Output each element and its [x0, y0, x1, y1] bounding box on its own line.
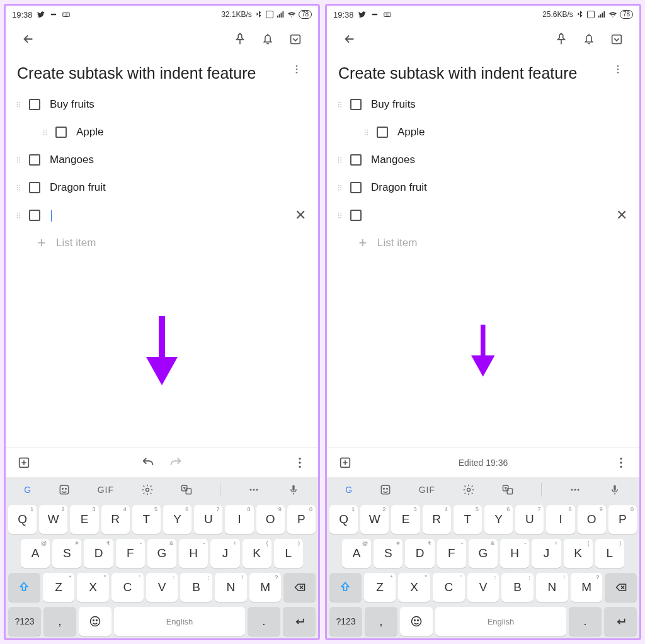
item-text[interactable]: Buy fruits: [365, 98, 633, 111]
key-P[interactable]: P0: [287, 505, 316, 534]
key-M[interactable]: M?: [571, 573, 603, 602]
more-options-button[interactable]: [287, 64, 307, 75]
gif-button[interactable]: GIF: [98, 485, 114, 495]
key-G[interactable]: G&: [469, 539, 498, 568]
key-X[interactable]: X": [77, 573, 109, 602]
checklist-item[interactable]: Buy fruits: [6, 91, 318, 118]
key-G[interactable]: G&: [147, 539, 176, 568]
emoji-key[interactable]: [79, 607, 111, 636]
checklist-item-empty[interactable]: ✕: [327, 201, 639, 229]
shift-key[interactable]: [329, 573, 362, 602]
comma-key[interactable]: ,: [365, 607, 397, 636]
remove-item-icon[interactable]: ✕: [610, 207, 633, 223]
key-E[interactable]: E3: [391, 505, 420, 534]
archive-button[interactable]: [282, 25, 309, 53]
key-V[interactable]: V:: [146, 573, 178, 602]
gif-button[interactable]: GIF: [419, 485, 435, 495]
key-D[interactable]: D₹: [405, 539, 434, 568]
key-M[interactable]: M?: [249, 573, 282, 602]
item-text[interactable]: Mangoes: [43, 154, 312, 166]
reminder-button[interactable]: [254, 25, 282, 53]
key-Q[interactable]: Q1: [8, 505, 37, 534]
more-dots-icon[interactable]: [248, 483, 260, 496]
checklist-item[interactable]: Dragon fruit: [327, 174, 639, 201]
key-V[interactable]: V:: [467, 573, 499, 602]
note-title[interactable]: Create subtask with indent feature: [338, 64, 608, 83]
key-N[interactable]: N!: [215, 573, 247, 602]
add-list-item[interactable]: +List item: [6, 229, 318, 257]
drag-handle-icon[interactable]: [360, 128, 374, 137]
mic-icon[interactable]: [608, 483, 621, 496]
key-R[interactable]: R4: [423, 505, 451, 534]
add-list-item[interactable]: +List item: [327, 229, 639, 257]
translate-icon[interactable]: [501, 483, 514, 496]
back-button[interactable]: [14, 25, 42, 53]
item-text[interactable]: [43, 209, 289, 222]
key-I[interactable]: I8: [225, 505, 253, 534]
backspace-key[interactable]: [283, 573, 316, 602]
checkbox[interactable]: [347, 182, 365, 193]
key-U[interactable]: U7: [515, 505, 544, 534]
item-text[interactable]: Buy fruits: [43, 98, 312, 111]
enter-key[interactable]: [604, 607, 637, 636]
drag-handle-icon[interactable]: [333, 183, 347, 192]
key-A[interactable]: A@: [21, 539, 50, 568]
period-key[interactable]: .: [569, 607, 602, 636]
gear-icon[interactable]: [141, 483, 154, 496]
key-B[interactable]: B;: [180, 573, 212, 602]
checklist-item[interactable]: Apple: [327, 118, 639, 146]
undo-button[interactable]: [137, 452, 159, 473]
key-J[interactable]: J+: [532, 539, 561, 568]
space-key[interactable]: English: [114, 607, 245, 636]
checkbox[interactable]: [347, 154, 365, 166]
google-logo-icon[interactable]: G: [24, 485, 31, 495]
enter-key[interactable]: [283, 607, 316, 636]
checkbox[interactable]: [26, 99, 43, 110]
key-J[interactable]: J+: [210, 539, 239, 568]
backspace-key[interactable]: [605, 573, 637, 602]
key-L[interactable]: L): [595, 539, 624, 568]
checklist-item[interactable]: Apple: [6, 118, 318, 146]
drag-handle-icon[interactable]: [38, 128, 52, 137]
key-H[interactable]: H-: [500, 539, 529, 568]
symbols-key[interactable]: ?123: [329, 607, 362, 636]
add-content-button[interactable]: [13, 452, 35, 473]
period-key[interactable]: .: [248, 607, 280, 636]
checklist-item[interactable]: Mangoes: [6, 146, 318, 174]
remove-item-icon[interactable]: ✕: [289, 207, 312, 223]
key-F[interactable]: F-: [437, 539, 466, 568]
key-C[interactable]: C': [433, 573, 465, 602]
key-Z[interactable]: Z*: [43, 573, 75, 602]
key-Z[interactable]: Z*: [364, 573, 396, 602]
drag-handle-icon[interactable]: [12, 100, 26, 109]
key-Y[interactable]: Y6: [163, 505, 191, 534]
item-text[interactable]: Dragon fruit: [43, 181, 312, 194]
sticker-icon[interactable]: [379, 483, 392, 496]
checklist-item[interactable]: Dragon fruit: [6, 174, 318, 201]
shift-key[interactable]: [8, 573, 40, 602]
key-O[interactable]: O9: [578, 505, 606, 534]
key-X[interactable]: X": [398, 573, 430, 602]
key-L[interactable]: L): [274, 539, 303, 568]
gear-icon[interactable]: [462, 483, 475, 496]
key-D[interactable]: D₹: [84, 539, 113, 568]
more-actions-button[interactable]: [289, 452, 311, 473]
reminder-button[interactable]: [575, 25, 603, 53]
item-text[interactable]: Dragon fruit: [365, 181, 633, 194]
drag-handle-icon[interactable]: [333, 211, 347, 220]
checkbox[interactable]: [26, 210, 43, 221]
checkbox[interactable]: [52, 127, 70, 138]
key-K[interactable]: K(: [243, 539, 271, 568]
google-logo-icon[interactable]: G: [345, 485, 352, 495]
symbols-key[interactable]: ?123: [8, 607, 41, 636]
item-text[interactable]: Apple: [70, 126, 312, 138]
key-S[interactable]: S#: [374, 539, 402, 568]
drag-handle-icon[interactable]: [333, 100, 347, 109]
checkbox[interactable]: [347, 210, 365, 221]
key-T[interactable]: T5: [132, 505, 161, 534]
key-R[interactable]: R4: [101, 505, 130, 534]
checklist-item[interactable]: Mangoes: [327, 146, 639, 174]
key-F[interactable]: F-: [116, 539, 145, 568]
item-text[interactable]: Mangoes: [365, 154, 633, 166]
drag-handle-icon[interactable]: [12, 155, 26, 164]
